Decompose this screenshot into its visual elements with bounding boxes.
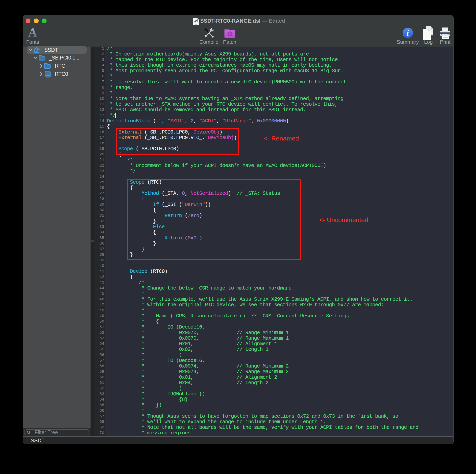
svg-text:i: i [407,28,409,37]
svg-text:DSL: DSL [195,24,197,25]
